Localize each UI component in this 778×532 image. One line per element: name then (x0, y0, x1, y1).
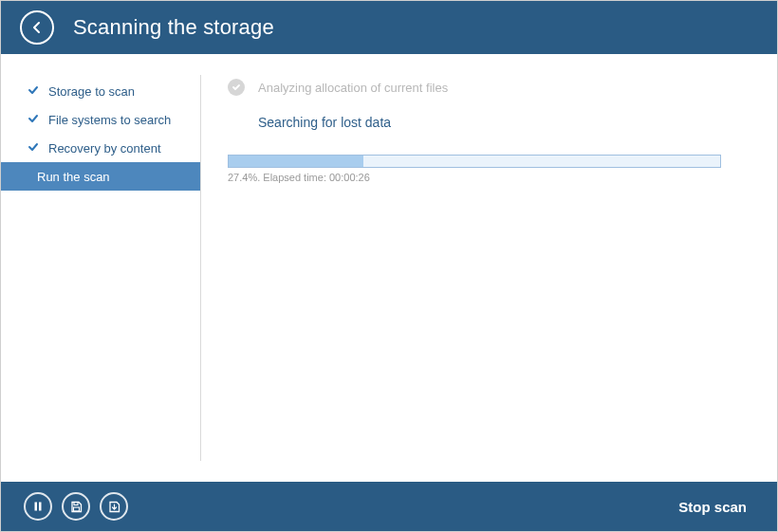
svg-rect-2 (74, 502, 78, 504)
check-circle-icon (228, 79, 245, 96)
completed-step-label: Analyzing allocation of current files (258, 81, 448, 95)
progress-status-text: 27.4%. Elapsed time: 00:00:26 (228, 172, 749, 183)
sidebar-step-recovery[interactable]: Recovery by content (1, 134, 200, 162)
sidebar: Storage to scan File systems to search R… (1, 54, 200, 482)
header-bar: Scanning the storage (1, 1, 777, 54)
sidebar-step-label: Recovery by content (48, 141, 161, 156)
svg-rect-3 (73, 507, 79, 511)
current-step-label: Searching for lost data (258, 115, 749, 130)
check-icon (28, 113, 41, 126)
back-button[interactable] (20, 10, 54, 45)
sidebar-step-filesystems[interactable]: File systems to search (1, 105, 200, 134)
sidebar-step-run[interactable]: Run the scan (1, 162, 200, 191)
completed-step-row: Analyzing allocation of current files (228, 79, 749, 96)
progress-section: 27.4%. Elapsed time: 00:00:26 (228, 155, 749, 183)
progress-bar (228, 155, 721, 168)
svg-rect-1 (39, 503, 42, 511)
save-icon (70, 501, 83, 513)
app-window: Scanning the storage Storage to scan Fil… (0, 0, 778, 532)
check-icon (28, 84, 41, 98)
check-icon (28, 141, 41, 155)
load-icon (108, 501, 120, 513)
load-button[interactable] (100, 492, 128, 521)
sidebar-step-label: Storage to scan (48, 84, 135, 99)
save-button[interactable] (62, 492, 90, 521)
arrow-left-icon (29, 20, 45, 35)
progress-fill (229, 156, 363, 167)
stop-scan-button[interactable]: Stop scan (671, 493, 754, 521)
sidebar-step-label: Run the scan (37, 170, 110, 184)
main-panel: Analyzing allocation of current files Se… (201, 54, 777, 482)
pause-button[interactable] (24, 492, 52, 521)
footer-bar: Stop scan (1, 482, 777, 531)
sidebar-step-storage[interactable]: Storage to scan (1, 77, 200, 105)
sidebar-step-label: File systems to search (48, 113, 171, 127)
pause-icon (32, 501, 44, 512)
page-title: Scanning the storage (73, 15, 274, 40)
svg-rect-0 (35, 503, 38, 511)
body: Storage to scan File systems to search R… (1, 54, 777, 482)
